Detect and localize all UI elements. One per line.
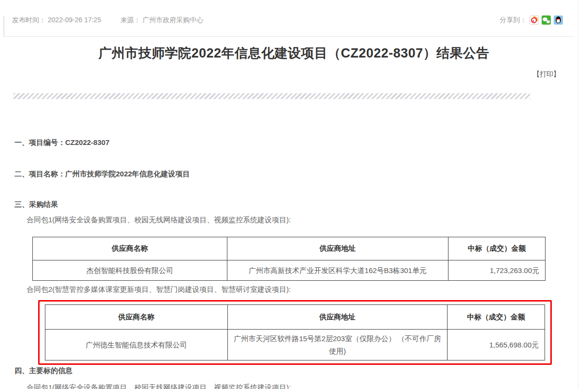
- package2-label: 合同包2(智慧管控多媒体课室更新项目、智慧门岗建设项目、智慧研讨室建设项目):: [27, 285, 291, 294]
- section-project-name: 二、项目名称：广州市技师学院2022年信息化建设项目: [14, 170, 190, 179]
- print-button[interactable]: 【打印】: [533, 70, 560, 79]
- table-header-row: 供应商名称 供应商地址 中标（成交）金额: [33, 237, 546, 260]
- publish-time-value: 2022-09-26 17:25: [48, 16, 101, 24]
- package2-result-table: 供应商名称 供应商地址 中标（成交）金额 广州德生智能信息技术有限公司 广州市天…: [45, 304, 545, 360]
- meta-bar: 发布时间： 2022-09-26 17:25 来源： 广州市政府采购中心: [12, 16, 221, 25]
- publish-time-label: 发布时间：: [12, 16, 46, 24]
- page-corner-divider: [3, 16, 4, 37]
- table-header-row: 供应商名称 供应商地址 中标（成交）金额: [45, 305, 545, 330]
- wechat-bubble-small: [546, 20, 550, 23]
- announcement-page: 发布时间： 2022-09-26 17:25 来源： 广州市政府采购中心 分享到…: [0, 0, 588, 389]
- package1-result-table: 供应商名称 供应商地址 中标（成交）金额 杰创智能科技股份有限公司 广州市高新技…: [32, 237, 546, 281]
- source-value: 广州市政府采购中心: [142, 16, 203, 24]
- wechat-share-icon[interactable]: [542, 15, 551, 25]
- source-label: 来源：: [120, 16, 140, 24]
- td-award-amount: 1,723,263.00元: [448, 260, 546, 281]
- package1-label: 合同包1(网络安全设备购置项目、校园无线网络建设项目、视频监控系统建设项目):: [27, 216, 291, 225]
- td-award-amount: 1,565,698.00元: [448, 330, 545, 360]
- page-title: 广州市技师学院2022年信息化建设项目（CZ2022-8307）结果公告: [7, 44, 581, 62]
- td-supplier-name: 杰创智能科技股份有限公司: [33, 260, 227, 281]
- td-supplier-address: 广州市天河区软件路15号第2层203室（仅限办公） （不可作厂房使用): [228, 330, 448, 360]
- qq-penguin-belly: [557, 19, 560, 23]
- section-procurement-result: 三、采购结果: [14, 200, 58, 209]
- td-supplier-address: 广州市高新技术产业开发区科学大道162号B3栋301单元: [227, 260, 448, 281]
- th-supplier-address: 供应商地址: [227, 237, 448, 260]
- th-supplier-address: 供应商地址: [228, 305, 448, 330]
- th-award-amount: 中标（成交）金额: [448, 305, 545, 330]
- weibo-eye-shape: [531, 17, 537, 23]
- share-bar: 分享到：: [500, 15, 563, 25]
- table-row: 杰创智能科技股份有限公司 广州市高新技术产业开发区科学大道162号B3栋301单…: [33, 260, 546, 281]
- section-main-subject-info: 四、主要标的信息: [14, 366, 72, 375]
- td-supplier-name: 广州德生智能信息技术有限公司: [45, 330, 228, 360]
- th-award-amount: 中标（成交）金额: [448, 237, 546, 260]
- weibo-share-icon[interactable]: [530, 15, 539, 25]
- table-row: 广州德生智能信息技术有限公司 广州市天河区软件路15号第2层203室（仅限办公）…: [45, 330, 545, 360]
- meta-bar-divider: [4, 36, 574, 37]
- weibo-pupil-shape: [532, 20, 534, 22]
- clipped-bottom-text: 合同包1(网络安全设备购置项目、校园无线网络建设项目、视频监控系统建设项目):: [27, 383, 291, 389]
- qq-share-icon[interactable]: [554, 15, 563, 25]
- hatched-divider: [14, 93, 530, 99]
- share-label: 分享到：: [500, 16, 527, 25]
- th-supplier-name: 供应商名称: [45, 305, 228, 330]
- th-supplier-name: 供应商名称: [33, 237, 227, 260]
- section-project-number: 一、项目编号：CZ2022-8307: [14, 138, 110, 147]
